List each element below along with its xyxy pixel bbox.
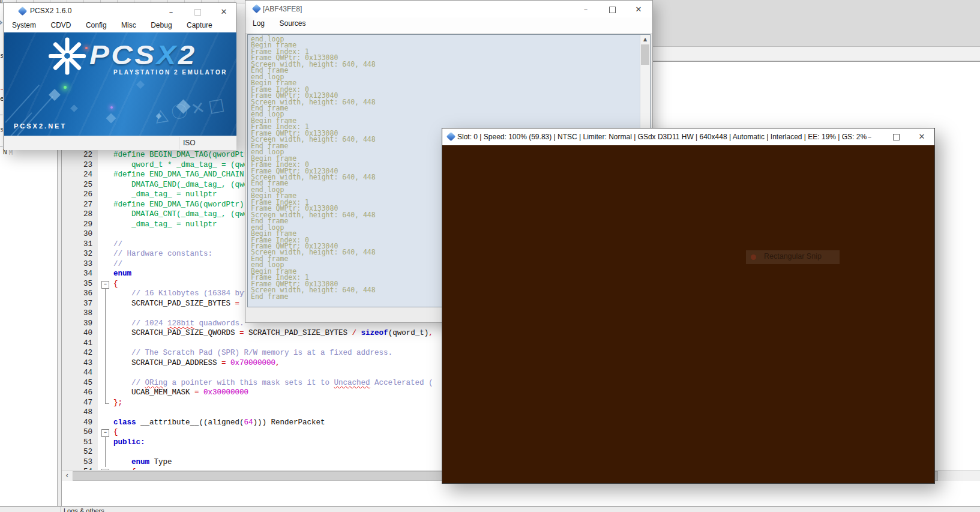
menu-misc[interactable]: Misc <box>115 19 142 31</box>
log-window-titlebar[interactable]: [ABF43FE8] – ✕ <box>245 1 652 17</box>
chevron-left-icon[interactable]: ‹ <box>62 471 72 480</box>
close-button[interactable]: ✕ <box>912 130 931 143</box>
maximize-button[interactable] <box>188 5 207 19</box>
minimize-button[interactable]: – <box>576 3 595 16</box>
right-panel-gray-band <box>653 0 980 47</box>
splash-site-label: PCSX2.NET <box>14 122 67 130</box>
maximize-button[interactable] <box>886 130 906 143</box>
menu-log[interactable]: Log <box>247 17 271 29</box>
background-fragment: ❖ <box>0 18 2 26</box>
log-menubar: Log Sources <box>245 17 652 34</box>
splash-diamond <box>136 80 145 89</box>
splash-subtitle: PLAYSTATION 2 EMULATOR <box>94 69 227 76</box>
logs-panel-header: Logs & others <box>0 506 980 512</box>
pcsx2-logo-text: PCSX2 <box>89 43 196 67</box>
minimize-button[interactable]: – <box>860 130 879 143</box>
logs-panel-label: Logs & others <box>64 507 104 512</box>
splash-diamond <box>70 104 78 112</box>
minimize-button[interactable]: – <box>161 5 181 19</box>
right-panel-white-band <box>653 61 980 128</box>
snip-button-label: Rectangular Snip <box>764 252 822 261</box>
menu-debug[interactable]: Debug <box>145 19 178 31</box>
rectangular-snip-button[interactable]: Rectangular Snip <box>746 250 840 264</box>
menu-cdvd[interactable]: CDVD <box>44 19 77 31</box>
menu-config[interactable]: Config <box>80 19 113 31</box>
pcsx2-splash-image: PCSX2 PLAYSTATION 2 EMULATOR △〇✕□ PCSX2.… <box>4 32 236 136</box>
pcsx2-app-icon <box>18 7 28 16</box>
background-fragment: M <box>9 149 13 156</box>
game-window-title: Slot: 0 | Speed: 100% (59.83) | NTSC | L… <box>457 133 867 141</box>
menu-sources[interactable]: Sources <box>273 17 311 29</box>
pcsx2-statusbar: ISO <box>4 136 236 150</box>
pcsx2-app-icon <box>252 4 262 14</box>
snip-mode-icon <box>751 254 756 260</box>
pcsx2-window-title: PCSX2 1.6.0 <box>30 7 71 15</box>
red-glow-dot <box>85 47 88 49</box>
green-glow-dot <box>64 86 67 89</box>
close-button[interactable]: ✕ <box>214 5 233 19</box>
background-right-panel <box>653 0 980 128</box>
log-window-title: [ABF43FE8] <box>263 5 302 13</box>
pcsx2-app-icon <box>446 132 456 142</box>
circuit-line <box>16 96 53 136</box>
statusbar-separator <box>179 137 180 149</box>
pcsx2-main-window: PCSX2 1.6.0 – ✕ System CDVD Config Misc … <box>3 2 236 149</box>
game-window-titlebar[interactable]: Slot: 0 | Speed: 100% (59.83) | NTSC | L… <box>442 128 934 145</box>
game-output-window: Slot: 0 | Speed: 100% (59.83) | NTSC | L… <box>442 128 935 484</box>
log-scrollbar-thumb[interactable] <box>641 44 649 65</box>
menu-capture[interactable]: Capture <box>181 19 218 31</box>
pcsx2-titlebar[interactable]: PCSX2 1.6.0 – ✕ <box>4 3 236 19</box>
purple-glow-dot <box>110 106 113 109</box>
chevron-up-icon[interactable]: ▲ <box>640 35 650 44</box>
maximize-button[interactable] <box>603 3 622 16</box>
pcsx2-menubar: System CDVD Config Misc Debug Capture <box>4 19 236 32</box>
right-panel-light-band <box>653 47 980 61</box>
game-render-area: Rectangular Snip <box>442 145 934 483</box>
menu-system[interactable]: System <box>6 19 42 31</box>
star-logo-ring <box>62 50 73 61</box>
close-button[interactable]: ✕ <box>629 3 648 16</box>
playstation-symbols: △〇✕□ <box>153 92 230 128</box>
splash-diamond <box>106 113 116 124</box>
iso-source-label: ISO <box>183 139 196 147</box>
